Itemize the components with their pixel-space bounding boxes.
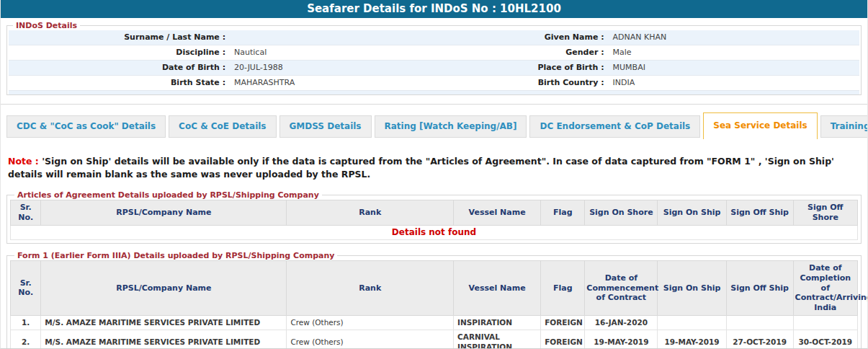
column-header-sign-on-ship: Sign On Ship bbox=[658, 261, 726, 316]
tab-bar: CDC & "CoC as Cook" DetailsCoC & CoE Det… bbox=[1, 105, 867, 138]
cell: M/S. AMAZE MARITIME SERVICES PRIVATE LIM… bbox=[41, 330, 287, 349]
field-value: INDIA bbox=[609, 76, 859, 90]
cell bbox=[726, 315, 793, 330]
cell: CARNIVAL INSPIRATION bbox=[454, 330, 541, 349]
indos-details-footer-strip bbox=[9, 91, 859, 94]
column-header-sign-off-ship: Sign Off Ship bbox=[726, 261, 793, 316]
field-value: Nautical bbox=[230, 45, 434, 60]
tab-sea-service-details[interactable]: Sea Service Details bbox=[703, 112, 817, 139]
column-header-date-of-commencement-of-contract: Date of Commencement of Contract bbox=[585, 261, 658, 316]
cell: FOREIGN bbox=[541, 315, 585, 330]
indos-row: Birth State :MAHARASHTRABirth Country :I… bbox=[9, 76, 859, 91]
field-label: Surname / Last Name : bbox=[9, 30, 230, 45]
note-prefix-label: Note : bbox=[8, 156, 39, 167]
tab-dc-endorsement-cop-details[interactable]: DC Endorsement & CoP Details bbox=[529, 115, 700, 138]
indos-row: Date of Birth :20-JUL-1988Place of Birth… bbox=[9, 61, 859, 76]
field-label: Birth State : bbox=[9, 76, 230, 90]
articles-of-agreement-table: Sr. No.RPSL/Company NameRankVessel NameF… bbox=[10, 200, 858, 240]
field-label: Birth Country : bbox=[434, 76, 608, 90]
field-value: MAHARASHTRA bbox=[230, 76, 434, 90]
field-label: Discipline : bbox=[9, 45, 230, 60]
form1-legend: Form 1 (Earlier Form IIIA) Details uploa… bbox=[14, 251, 337, 260]
articles-of-agreement-legend: Articles of Agreement Details uploaded b… bbox=[14, 190, 322, 200]
field-value: ADNAN KHAN bbox=[609, 30, 859, 45]
column-header-sign-on-ship: Sign On Ship bbox=[658, 200, 726, 226]
cell: 27-OCT-2019 bbox=[726, 330, 793, 349]
column-header-sr-no: Sr. No. bbox=[11, 200, 41, 226]
column-header-rank: Rank bbox=[287, 261, 454, 316]
field-value: 20-JUL-1988 bbox=[230, 61, 434, 75]
cell: M/S. AMAZE MARITIME SERVICES PRIVATE LIM… bbox=[41, 315, 287, 330]
column-header-flag: Flag bbox=[541, 200, 585, 226]
articles-of-agreement-panel: Articles of Agreement Details uploaded b… bbox=[6, 190, 862, 244]
cell: Crew (Others) bbox=[287, 315, 454, 330]
indos-details-rows: Surname / Last Name :Given Name :ADNAN K… bbox=[9, 30, 859, 91]
tab-rating-watch-keeping-ab[interactable]: Rating [Watch Keeping/AB] bbox=[375, 115, 527, 138]
indos-row: Discipline :NauticalGender :Male bbox=[9, 45, 859, 61]
column-header-sign-off-shore: Sign Off Shore bbox=[793, 200, 857, 226]
cell: 2. bbox=[11, 330, 41, 349]
tab-coc-coe-details[interactable]: CoC & CoE Details bbox=[169, 115, 276, 138]
note-body: 'Sign on Ship' details will be available… bbox=[8, 156, 834, 180]
indos-row: Surname / Last Name :Given Name :ADNAN K… bbox=[9, 30, 859, 45]
cell: Crew (Others) bbox=[287, 330, 454, 349]
indos-details-legend: INDoS Details bbox=[13, 21, 80, 30]
tab-gmdss-details[interactable]: GMDSS Details bbox=[279, 115, 372, 138]
column-header-rpsl-company-name: RPSL/Company Name bbox=[41, 261, 287, 316]
table-row: 1.M/S. AMAZE MARITIME SERVICES PRIVATE L… bbox=[11, 315, 858, 330]
column-header-rpsl-company-name: RPSL/Company Name bbox=[41, 200, 287, 226]
cell: 16-JAN-2020 bbox=[585, 315, 658, 330]
field-label: Date of Birth : bbox=[9, 61, 230, 75]
tab-cdc-coc-as-cook-details[interactable]: CDC & "CoC as Cook" Details bbox=[6, 115, 166, 138]
table-row: 2.M/S. AMAZE MARITIME SERVICES PRIVATE L… bbox=[11, 330, 858, 349]
column-header-vessel-name: Vessel Name bbox=[454, 200, 541, 226]
column-header-sign-on-shore: Sign On Shore bbox=[585, 200, 658, 226]
page: Seafarer Details for INDoS No : 10HL2100… bbox=[0, 0, 868, 349]
empty-message: Details not found bbox=[11, 225, 858, 240]
field-label: Place of Birth : bbox=[434, 61, 608, 75]
table-header-row: Sr. No.RPSL/Company NameRankVessel NameF… bbox=[11, 200, 858, 226]
column-header-vessel-name: Vessel Name bbox=[454, 261, 541, 316]
column-header-sr-no: Sr. No. bbox=[11, 261, 41, 316]
column-header-date-of-completion-of-contract-arriving-india: Date of Completion of Contract/Arriving … bbox=[793, 261, 857, 316]
cell: 30-OCT-2019 bbox=[793, 330, 857, 349]
form1-table: Sr. No.RPSL/Company NameRankVessel NameF… bbox=[10, 260, 858, 349]
table-header-row: Sr. No.RPSL/Company NameRankVessel NameF… bbox=[11, 261, 858, 316]
cell: 19-MAY-2019 bbox=[585, 330, 658, 349]
form1-panel: Form 1 (Earlier Form IIIA) Details uploa… bbox=[6, 251, 862, 349]
empty-row: Details not found bbox=[11, 225, 858, 240]
field-label: Given Name : bbox=[434, 30, 608, 45]
page-title: Seafarer Details for INDoS No : 10HL2100 bbox=[1, 0, 867, 18]
cell bbox=[658, 315, 726, 330]
indos-details-panel: INDoS Details Surname / Last Name :Given… bbox=[6, 21, 862, 95]
cell: INSPIRATION bbox=[454, 315, 541, 330]
cell: FOREIGN bbox=[541, 330, 585, 349]
field-label: Gender : bbox=[434, 45, 608, 60]
column-header-flag: Flag bbox=[541, 261, 585, 316]
field-value: MUMBAI bbox=[609, 61, 859, 75]
column-header-rank: Rank bbox=[287, 200, 454, 226]
tab-training-details[interactable]: Training Details bbox=[820, 115, 868, 138]
note-text: Note : 'Sign on Ship' details will be av… bbox=[8, 155, 860, 180]
field-value: Male bbox=[609, 45, 859, 60]
field-value bbox=[230, 30, 434, 45]
cell: 19-MAY-2019 bbox=[658, 330, 726, 349]
column-header-sign-off-ship: Sign Off Ship bbox=[726, 200, 793, 226]
cell: 1. bbox=[11, 315, 41, 330]
cell bbox=[793, 315, 857, 330]
